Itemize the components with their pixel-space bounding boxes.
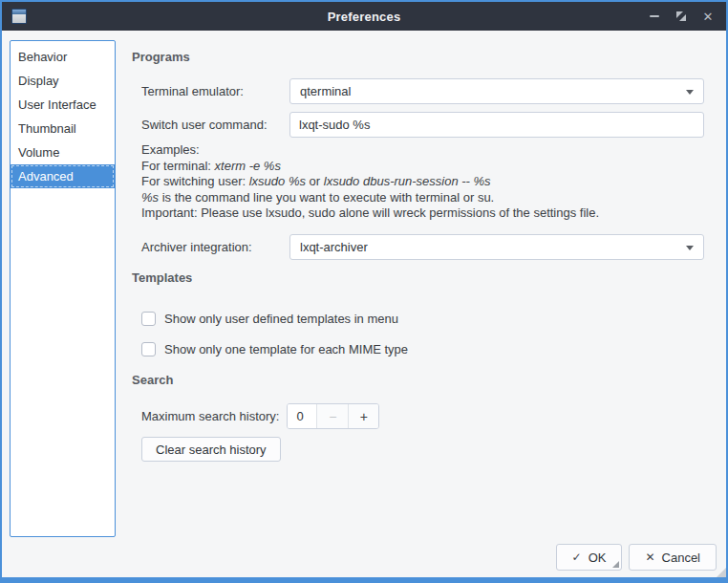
examples-line2: For terminal: xterm -e %s — [141, 159, 599, 175]
one-template-per-mime-checkbox-row: Show only one template for each MIME typ… — [141, 341, 408, 356]
one-template-per-mime-label: Show only one template for each MIME typ… — [164, 342, 408, 356]
programs-header: Programs — [132, 50, 190, 64]
terminal-emulator-combobox[interactable]: qterminal — [289, 78, 704, 104]
examples-line5: Important: Please use lxsudo, sudo alone… — [141, 205, 599, 222]
sidebar-item-behavior[interactable]: Behavior — [11, 45, 115, 69]
max-search-history-label: Maximum search history: — [141, 409, 279, 423]
user-defined-templates-label: Show only user defined templates in menu — [164, 312, 398, 326]
chevron-down-icon — [686, 246, 694, 250]
switch-user-command-input[interactable] — [289, 112, 704, 138]
preferences-dialog: Preferences ✕ Behavior Display User Inte… — [0, 0, 728, 583]
examples-line1: Examples: — [141, 142, 599, 159]
examples-text: Examples: For terminal: xterm -e %s For … — [141, 142, 599, 222]
sidebar-item-advanced[interactable]: Advanced — [11, 164, 115, 188]
examples-line3: For switching user: lxsudo %s or lxsudo … — [141, 174, 599, 190]
check-icon: ✓ — [572, 551, 582, 564]
spin-decrement-button[interactable]: − — [316, 404, 348, 428]
cancel-button[interactable]: ✕ Cancel — [629, 544, 717, 571]
minimize-button[interactable] — [644, 6, 665, 27]
user-defined-templates-checkbox-row: Show only user defined templates in menu — [141, 311, 398, 326]
max-search-history-spinbox: 0 − + — [287, 403, 379, 429]
default-button-indicator — [612, 561, 619, 568]
restore-icon — [675, 11, 687, 22]
terminal-emulator-label: Terminal emulator: — [141, 84, 289, 98]
sidebar-item-display[interactable]: Display — [11, 69, 115, 93]
window-title: Preferences — [2, 10, 726, 24]
minimize-icon — [650, 15, 659, 17]
switch-user-command-label: Switch user command: — [141, 118, 289, 132]
search-header: Search — [132, 373, 173, 387]
category-list: Behavior Display User Interface Thumbnai… — [10, 40, 116, 537]
clear-search-history-button[interactable]: Clear search history — [141, 437, 281, 462]
one-template-per-mime-checkbox[interactable] — [141, 342, 156, 356]
templates-header: Templates — [132, 270, 192, 285]
sidebar-item-volume[interactable]: Volume — [11, 140, 115, 164]
close-button[interactable]: ✕ — [697, 6, 718, 27]
resize-grip[interactable] — [717, 568, 726, 577]
sidebar-item-user-interface[interactable]: User Interface — [11, 93, 115, 117]
restore-button[interactable] — [671, 6, 692, 27]
max-search-history-value[interactable]: 0 — [288, 404, 316, 428]
titlebar: Preferences ✕ — [2, 2, 726, 31]
user-defined-templates-checkbox[interactable] — [141, 312, 156, 326]
window-icon[interactable] — [11, 9, 27, 24]
archiver-integration-value: lxqt-archiver — [300, 240, 368, 254]
archiver-integration-label: Archiver integration: — [141, 240, 289, 254]
ok-button[interactable]: ✓ OK — [556, 544, 623, 571]
examples-line4: %s is the command line you want to execu… — [141, 190, 599, 206]
spin-increment-button[interactable]: + — [348, 404, 379, 428]
terminal-emulator-value: qterminal — [300, 84, 351, 98]
archiver-integration-combobox[interactable]: lxqt-archiver — [289, 234, 704, 260]
chevron-down-icon — [686, 90, 694, 95]
sidebar-item-thumbnail[interactable]: Thumbnail — [11, 117, 115, 140]
close-icon: ✕ — [645, 551, 654, 564]
